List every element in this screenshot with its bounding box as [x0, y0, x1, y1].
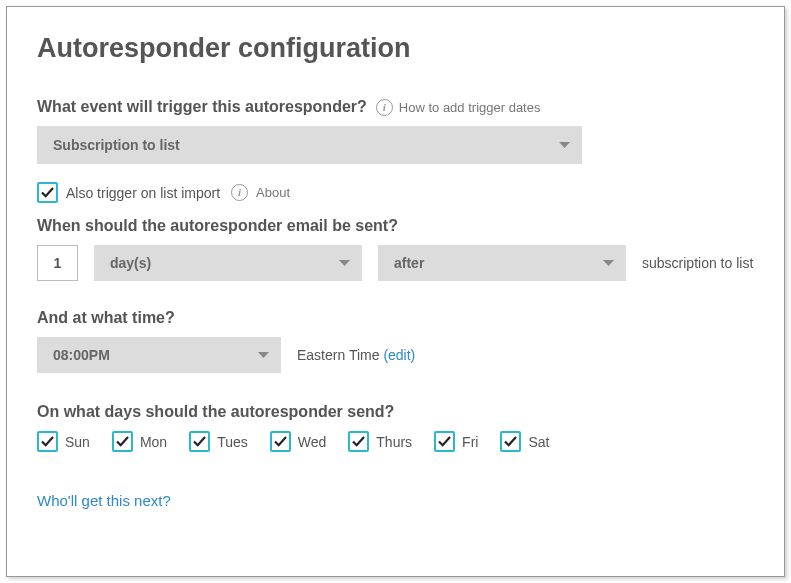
check-icon — [116, 436, 129, 447]
edit-timezone-link[interactable]: (edit) — [383, 347, 415, 363]
timing-unit-select[interactable]: day(s) — [94, 245, 362, 281]
page-title: Autoresponder configuration — [37, 33, 754, 64]
days-row: Sun Mon Tues Wed Thurs Fri Sat — [37, 431, 754, 452]
day-item: Tues — [189, 431, 248, 452]
autoresponder-config-panel: Autoresponder configuration What event w… — [6, 6, 785, 577]
timezone-text: Eastern Time (edit) — [297, 347, 415, 363]
trigger-help-link[interactable]: How to add trigger dates — [399, 100, 541, 115]
day-thurs-checkbox[interactable] — [348, 431, 369, 452]
timing-label: When should the autoresponder email be s… — [37, 217, 754, 235]
also-trigger-checkbox[interactable] — [37, 182, 58, 203]
check-icon — [504, 436, 517, 447]
about-link[interactable]: About — [256, 185, 290, 200]
also-trigger-label: Also trigger on list import — [66, 185, 220, 201]
info-icon[interactable]: i — [376, 99, 393, 116]
chevron-down-icon — [603, 260, 614, 267]
timing-count-input[interactable] — [37, 245, 78, 281]
day-item: Wed — [270, 431, 327, 452]
day-item: Fri — [434, 431, 478, 452]
days-label: On what days should the autoresponder se… — [37, 403, 754, 421]
trigger-event-label: What event will trigger this autorespond… — [37, 98, 754, 116]
check-icon — [274, 436, 287, 447]
day-item: Mon — [112, 431, 167, 452]
day-item: Thurs — [348, 431, 412, 452]
check-icon — [438, 436, 451, 447]
info-icon[interactable]: i — [231, 184, 248, 201]
time-select[interactable]: 08:00PM — [37, 337, 281, 373]
check-icon — [41, 436, 54, 447]
timing-suffix: subscription to list — [642, 255, 753, 271]
timing-relation-select[interactable]: after — [378, 245, 626, 281]
day-item: Sat — [500, 431, 549, 452]
day-item: Sun — [37, 431, 90, 452]
day-fri-checkbox[interactable] — [434, 431, 455, 452]
check-icon — [41, 187, 54, 198]
chevron-down-icon — [339, 260, 350, 267]
day-mon-checkbox[interactable] — [112, 431, 133, 452]
day-wed-checkbox[interactable] — [270, 431, 291, 452]
who-gets-next-link[interactable]: Who'll get this next? — [37, 492, 754, 509]
day-sun-checkbox[interactable] — [37, 431, 58, 452]
chevron-down-icon — [258, 352, 269, 359]
chevron-down-icon — [559, 142, 570, 149]
day-tues-checkbox[interactable] — [189, 431, 210, 452]
check-icon — [193, 436, 206, 447]
trigger-event-select[interactable]: Subscription to list — [37, 126, 582, 164]
day-sat-checkbox[interactable] — [500, 431, 521, 452]
check-icon — [352, 436, 365, 447]
time-label: And at what time? — [37, 309, 754, 327]
